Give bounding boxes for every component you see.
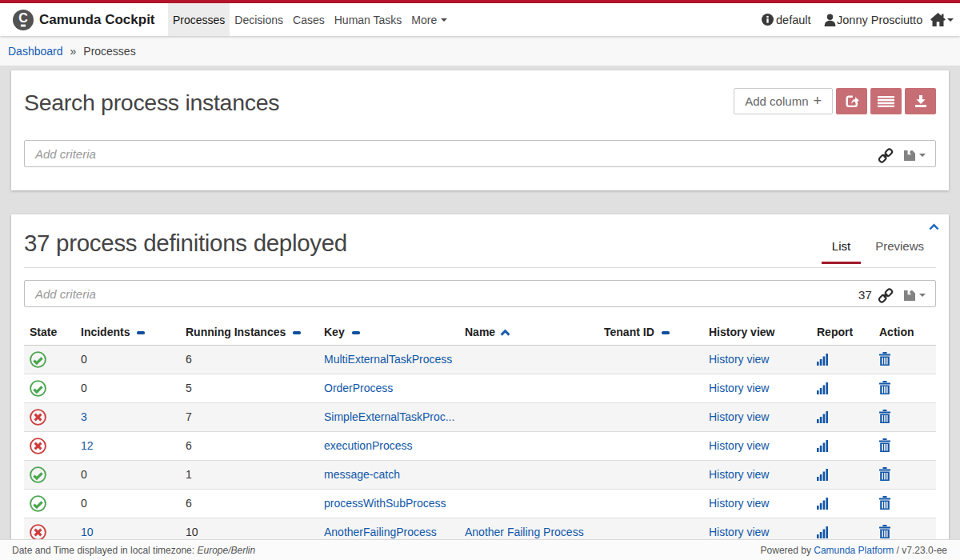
svg-text:C: C [18, 10, 28, 24]
